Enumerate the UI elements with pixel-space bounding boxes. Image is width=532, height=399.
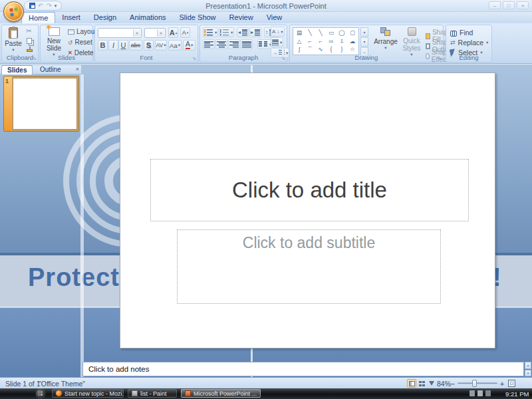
tab-slides-pane[interactable]: Slides: [1, 65, 33, 74]
notes-placeholder-text: Click to add notes: [88, 365, 149, 373]
replace-button[interactable]: ⇄ Replace ▾: [450, 39, 488, 47]
find-button[interactable]: Find: [450, 29, 473, 37]
slide-show-view-button[interactable]: [427, 379, 436, 388]
bold-button[interactable]: B: [98, 40, 108, 51]
minimize-button[interactable]: –: [489, 1, 501, 9]
paragraph-dialog-launcher-icon[interactable]: ⇘: [281, 56, 285, 61]
text-shadow-button[interactable]: S: [144, 40, 154, 51]
tab-home[interactable]: Home: [21, 12, 55, 23]
quick-styles-button[interactable]: Quick Styles ▾: [399, 27, 424, 57]
tab-review[interactable]: Review: [223, 12, 260, 23]
align-right-button[interactable]: [228, 39, 240, 49]
zoom-out-icon[interactable]: –: [451, 380, 455, 388]
tray-icon[interactable]: [469, 390, 475, 396]
decrease-indent-button[interactable]: ◂: [237, 27, 249, 37]
cut-button[interactable]: ✂: [26, 28, 31, 35]
start-button[interactable]: [36, 389, 45, 398]
notes-pane[interactable]: Click to add notes: [82, 362, 524, 376]
new-slide-button[interactable]: ✱ New Slide ▾: [42, 27, 66, 57]
shrink-font-button[interactable]: A▾: [180, 27, 190, 38]
zoom-level[interactable]: 84%: [437, 380, 451, 388]
rectangle-shape-icon[interactable]: ▭: [329, 30, 334, 36]
bullets-button[interactable]: ▾: [203, 27, 218, 37]
font-size-combo[interactable]: ▾: [144, 28, 166, 38]
font-name-combo[interactable]: ▾: [98, 28, 142, 38]
tab-outline-pane[interactable]: Outline: [35, 65, 66, 74]
taskbar: Start new topic - Mozi... list - Paint M…: [0, 388, 532, 399]
reset-button[interactable]: ↺ Reset: [68, 39, 92, 46]
align-text-button[interactable]: ▾: [271, 37, 283, 47]
clipboard-dialog-launcher-icon[interactable]: ⇘: [33, 56, 37, 61]
font-color-button[interactable]: A▾: [183, 40, 196, 51]
notes-scroll-down-icon[interactable]: ▾: [525, 370, 531, 377]
shapes-scroll-up-icon[interactable]: ▴: [360, 27, 368, 37]
italic-button[interactable]: I: [108, 40, 118, 51]
subtitle-placeholder[interactable]: Click to add subtitle: [177, 229, 441, 304]
line-shape-icon[interactable]: ╲: [308, 30, 311, 36]
cloud-shape-icon[interactable]: ☁: [350, 39, 356, 45]
right-arrow-shape-icon[interactable]: ⇨: [329, 39, 333, 45]
increase-indent-button[interactable]: ▸: [249, 27, 261, 37]
strikethrough-button[interactable]: abc: [129, 40, 142, 51]
tab-slide-show[interactable]: Slide Show: [173, 12, 223, 23]
zoom-in-icon[interactable]: +: [500, 380, 504, 388]
slide-canvas[interactable]: Click to add title Click to add subtitle: [120, 72, 495, 348]
font-dialog-launcher-icon[interactable]: ⇘: [192, 56, 196, 61]
close-button[interactable]: ×: [517, 1, 529, 9]
fit-to-window-button[interactable]: [508, 380, 515, 387]
arrange-button[interactable]: Arrange ▾: [372, 27, 399, 50]
zoom-slider[interactable]: [458, 382, 497, 384]
elbow-arrow-shape-icon[interactable]: ⌐: [319, 39, 323, 45]
rounded-rect-shape-icon[interactable]: ▢: [350, 30, 355, 36]
change-case-button[interactable]: Aa▾: [168, 40, 182, 51]
tray-icon[interactable]: [477, 390, 483, 396]
tab-insert[interactable]: Insert: [55, 12, 87, 23]
notes-scroll-up-icon[interactable]: ▴: [525, 362, 531, 369]
arrow-shape-icon[interactable]: ╲: [319, 30, 322, 36]
align-center-button[interactable]: [215, 39, 227, 49]
slide-thumbnail[interactable]: 1: [3, 76, 79, 132]
triangle-shape-icon[interactable]: △: [297, 39, 302, 45]
textbox-shape-icon[interactable]: ▤: [297, 30, 302, 36]
taskbar-item-firefox[interactable]: Start new topic - Mozi...: [52, 389, 124, 398]
freeform-shape-icon[interactable]: ∫: [299, 47, 300, 53]
grow-font-button[interactable]: A▴: [168, 27, 178, 38]
elbow-shape-icon[interactable]: ⌐: [309, 39, 312, 45]
shapes-scroll-down-icon[interactable]: ▾: [360, 37, 368, 47]
copy-button[interactable]: [27, 38, 32, 44]
taskbar-clock[interactable]: 9:21 PM: [505, 390, 529, 398]
arc-shape-icon[interactable]: ⌒: [307, 47, 313, 53]
tab-animations[interactable]: Animations: [123, 12, 172, 23]
tab-design[interactable]: Design: [87, 12, 123, 23]
left-brace-shape-icon[interactable]: {: [331, 47, 332, 53]
oval-shape-icon[interactable]: ◯: [338, 30, 345, 36]
text-direction-button[interactable]: A↓▾: [271, 27, 285, 37]
star-shape-icon[interactable]: ☆: [350, 47, 355, 53]
underline-button[interactable]: U: [118, 40, 128, 51]
character-spacing-button[interactable]: AV▾: [155, 40, 167, 51]
numbering-button[interactable]: ▾: [219, 27, 234, 37]
panel-close-icon[interactable]: ×: [76, 66, 79, 72]
tab-view[interactable]: View: [260, 12, 289, 23]
office-button[interactable]: [3, 1, 24, 22]
right-brace-shape-icon[interactable]: }: [341, 47, 343, 53]
paste-button[interactable]: Paste ▾: [3, 27, 23, 52]
theme-name[interactable]: "Office Theme": [39, 380, 85, 388]
notes-scrollbar[interactable]: ▴ ▾: [525, 362, 531, 376]
justify-button[interactable]: [241, 39, 253, 49]
align-left-button[interactable]: [203, 39, 215, 49]
tray-icon[interactable]: [485, 390, 491, 396]
shapes-gallery[interactable]: ▤ ╲ ╲ ▭ ◯ ▢ △ ⌐ ⌐ ⇨ ⇩ ☁ ∫ ⌒ ∿ { } ☆: [293, 27, 359, 55]
taskbar-item-powerpoint[interactable]: Microsoft PowerPoint ...: [181, 389, 261, 398]
taskbar-item-paint[interactable]: list - Paint: [128, 389, 177, 398]
down-arrow-shape-icon[interactable]: ⇩: [339, 39, 344, 45]
restore-button[interactable]: □: [503, 1, 515, 9]
normal-view-button[interactable]: [407, 379, 416, 388]
format-painter-button[interactable]: [27, 49, 33, 52]
drawing-dialog-launcher-icon[interactable]: ⇘: [438, 56, 442, 61]
zoom-slider-thumb[interactable]: [472, 380, 477, 387]
slide-sorter-view-button[interactable]: [417, 379, 426, 388]
curve-shape-icon[interactable]: ∿: [318, 47, 323, 53]
title-placeholder[interactable]: Click to add title: [150, 159, 469, 221]
windows-logo-icon: [38, 391, 43, 396]
